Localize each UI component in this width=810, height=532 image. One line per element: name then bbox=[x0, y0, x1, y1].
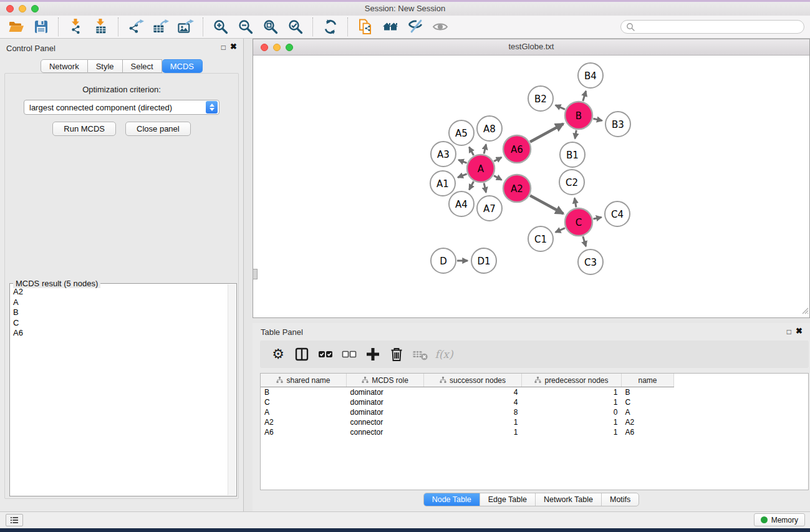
table-cell[interactable]: A bbox=[622, 407, 674, 417]
edge-A-A7[interactable] bbox=[484, 183, 486, 192]
zoom-fit-button[interactable] bbox=[258, 17, 283, 37]
table-row[interactable]: A2connector11A2 bbox=[261, 417, 674, 427]
refresh-button[interactable] bbox=[318, 17, 343, 37]
task-history-button[interactable] bbox=[6, 514, 23, 526]
node-table[interactable]: shared nameMCDS rolesuccessor nodesprede… bbox=[260, 373, 809, 490]
birds-eye-button[interactable] bbox=[428, 17, 453, 37]
import-network-button[interactable] bbox=[64, 17, 89, 37]
zoom-in-button[interactable] bbox=[208, 17, 233, 37]
control-panel-float-icon[interactable]: □ bbox=[221, 43, 226, 52]
edge-A-A4[interactable] bbox=[469, 181, 473, 190]
zoom-selected-button[interactable] bbox=[283, 17, 308, 37]
table-cell[interactable]: 4 bbox=[424, 387, 522, 398]
table-row[interactable]: Bdominator41B bbox=[261, 387, 674, 398]
table-cell[interactable]: dominator bbox=[347, 387, 424, 398]
network-window-titlebar[interactable]: testGlobe.txt bbox=[253, 39, 809, 56]
edge-A-A5[interactable] bbox=[469, 147, 473, 155]
import-table-button[interactable] bbox=[89, 17, 113, 37]
tab-edge-table[interactable]: Edge Table bbox=[480, 493, 535, 506]
run-mcds-button[interactable]: Run MCDS bbox=[52, 122, 116, 136]
resize-grip-icon[interactable] bbox=[800, 306, 809, 317]
table-cell[interactable]: 1 bbox=[522, 427, 622, 437]
tab-network-table[interactable]: Network Table bbox=[535, 493, 601, 506]
edge-B-B3[interactable] bbox=[593, 118, 602, 120]
table-cell[interactable]: B bbox=[261, 387, 347, 398]
table-panel-close-icon[interactable]: ✖ bbox=[796, 327, 803, 336]
zoom-out-button[interactable] bbox=[233, 17, 258, 37]
table-cell[interactable]: A2 bbox=[622, 417, 674, 427]
tab-node-table[interactable]: Node Table bbox=[424, 493, 480, 506]
edge-A-A6[interactable] bbox=[494, 157, 501, 161]
home-button[interactable] bbox=[378, 17, 403, 37]
table-cell[interactable]: connector bbox=[347, 417, 424, 427]
edge-A2-C[interactable] bbox=[530, 195, 563, 213]
result-item[interactable]: B bbox=[13, 307, 226, 318]
table-cell[interactable]: 4 bbox=[424, 397, 522, 407]
table-row[interactable]: A6connector11A6 bbox=[261, 427, 674, 437]
tab-network[interactable]: Network bbox=[41, 59, 88, 73]
graphics-details-button[interactable] bbox=[403, 17, 428, 37]
table-cell[interactable]: C bbox=[622, 397, 674, 407]
network-canvas[interactable]: A5A8A3A1A4A7AA6A2BB2B4B3B1CC2C4C1C3DD1 bbox=[253, 56, 809, 317]
table-cell[interactable]: A bbox=[261, 407, 347, 417]
table-cell[interactable]: C bbox=[261, 397, 347, 407]
result-item[interactable]: C bbox=[13, 318, 226, 329]
table-panel-float-icon[interactable]: □ bbox=[787, 327, 791, 336]
tab-style[interactable]: Style bbox=[88, 59, 123, 73]
result-item[interactable]: A6 bbox=[13, 328, 226, 339]
edge-B-B1[interactable] bbox=[575, 130, 576, 139]
export-table-button[interactable] bbox=[148, 17, 173, 37]
search-box[interactable] bbox=[620, 20, 804, 34]
clone-network-button[interactable] bbox=[353, 17, 378, 37]
result-item[interactable]: A bbox=[13, 297, 226, 308]
add-row-button[interactable] bbox=[361, 343, 385, 365]
column-header-MCDS-role[interactable]: MCDS role bbox=[347, 374, 424, 387]
export-image-button[interactable] bbox=[173, 17, 198, 37]
edge-C-C4[interactable] bbox=[593, 217, 601, 219]
edge-A-A3[interactable] bbox=[458, 160, 466, 163]
delete-row-button[interactable] bbox=[385, 343, 408, 365]
edge-B-B4[interactable] bbox=[583, 91, 586, 101]
open-session-button[interactable] bbox=[4, 17, 29, 37]
edge-A-A2[interactable] bbox=[494, 176, 501, 180]
edge-A-A1[interactable] bbox=[458, 174, 466, 178]
column-header-shared-name[interactable]: shared name bbox=[261, 374, 347, 387]
control-panel-close-icon[interactable]: ✖ bbox=[230, 42, 237, 51]
table-cell[interactable]: 1 bbox=[424, 427, 522, 437]
table-cell[interactable]: A6 bbox=[261, 427, 347, 437]
memory-button[interactable]: Memory bbox=[754, 513, 805, 526]
export-network-button[interactable] bbox=[123, 17, 148, 37]
edge-B-B2[interactable] bbox=[556, 105, 565, 110]
edge-C-C2[interactable] bbox=[574, 198, 576, 208]
edge-C-C1[interactable] bbox=[556, 228, 565, 233]
table-cell[interactable]: dominator bbox=[347, 397, 424, 407]
table-cell[interactable]: connector bbox=[347, 427, 424, 437]
table-cell[interactable]: 8 bbox=[424, 407, 522, 417]
save-session-button[interactable] bbox=[29, 17, 54, 37]
table-cell[interactable]: 1 bbox=[522, 417, 622, 427]
edge-A-A8[interactable] bbox=[484, 144, 486, 153]
table-cell[interactable]: 1 bbox=[522, 387, 622, 398]
table-cell[interactable]: B bbox=[622, 387, 674, 398]
column-header-successor-nodes[interactable]: successor nodes bbox=[424, 374, 522, 387]
result-scrollbar[interactable] bbox=[228, 284, 236, 495]
tab-motifs[interactable]: Motifs bbox=[601, 493, 639, 506]
table-cell[interactable]: A6 bbox=[622, 427, 674, 437]
table-cell[interactable]: dominator bbox=[347, 407, 424, 417]
select-all-button[interactable] bbox=[314, 343, 337, 365]
criterion-dropdown[interactable]: largest connected component (directed) bbox=[24, 100, 219, 115]
result-item[interactable]: A2 bbox=[13, 287, 226, 297]
split-view-button[interactable] bbox=[290, 343, 314, 365]
table-cell[interactable]: 1 bbox=[424, 417, 522, 427]
edge-C-C3[interactable] bbox=[583, 236, 586, 246]
deselect-all-button[interactable] bbox=[337, 343, 361, 365]
edge-A6-B[interactable] bbox=[530, 123, 563, 142]
column-header-predecessor-nodes[interactable]: predecessor nodes bbox=[522, 374, 622, 387]
table-cell[interactable]: 0 bbox=[522, 407, 622, 417]
column-header-name[interactable]: name bbox=[622, 374, 674, 387]
table-cell[interactable]: A2 bbox=[261, 417, 347, 427]
tab-mcds[interactable]: MCDS bbox=[162, 59, 203, 73]
settings-button[interactable]: ⚙ bbox=[266, 343, 290, 365]
table-row[interactable]: Cdominator41C bbox=[261, 397, 674, 407]
search-input[interactable] bbox=[635, 21, 804, 33]
